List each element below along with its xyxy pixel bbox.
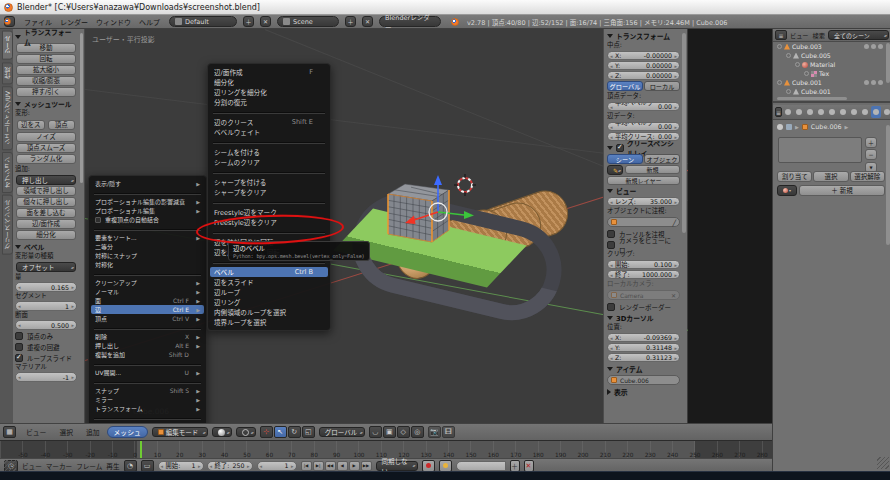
menu-item[interactable]: ▶ bbox=[89, 377, 206, 386]
shelf-button[interactable]: 押す/引く bbox=[16, 87, 76, 97]
new-layer-button[interactable]: 新規レイヤー bbox=[607, 176, 680, 185]
shelf-tab[interactable]: グリースペンシル bbox=[2, 195, 13, 255]
outliner-filter-dropdown[interactable]: 全てのシーン bbox=[828, 30, 889, 40]
timeline-menu[interactable]: ビュー bbox=[22, 461, 42, 471]
expand-toggle-icon[interactable] bbox=[786, 53, 791, 58]
sync-dropdown[interactable]: 同期しない bbox=[376, 461, 418, 471]
menu-item[interactable]: ▶ bbox=[89, 323, 206, 332]
menu-item[interactable]: 対称にスナップ ▶ bbox=[89, 251, 206, 260]
menu-item[interactable]: ▶ bbox=[89, 269, 206, 278]
shelf-button[interactable]: 頂点 bbox=[48, 120, 76, 130]
shelf-tab[interactable]: シェーディング/UV bbox=[2, 86, 13, 150]
space-toggle[interactable]: グローバル bbox=[607, 81, 643, 91]
remove-slot-button[interactable]: − bbox=[865, 149, 877, 160]
timeline-resize-grip[interactable] bbox=[4, 460, 16, 472]
topbar-menu[interactable]: レンダー bbox=[57, 17, 91, 27]
editor-type-button[interactable]: ▦ bbox=[3, 426, 16, 438]
panel-header-view[interactable]: ビュー bbox=[607, 185, 680, 196]
panel-header-3dcursor[interactable]: 3Dカーソル bbox=[607, 312, 680, 323]
render-engine-selector[interactable]: Blenderレンダー bbox=[379, 16, 441, 27]
menu-item[interactable]: 重複頂点の自動結合 ▶ bbox=[89, 215, 206, 224]
properties-tab[interactable] bbox=[838, 106, 848, 118]
viewport-menu[interactable]: メッシュ bbox=[107, 426, 148, 438]
gpencil-source-toggle[interactable]: シーン bbox=[607, 154, 643, 164]
scale-manipulator-button[interactable]: ◱ bbox=[302, 426, 315, 438]
manipulator-toggle-button[interactable]: ⊹ bbox=[260, 426, 273, 438]
menu-item[interactable]: 細分化 ▶ bbox=[208, 77, 330, 87]
rotate-manipulator-button[interactable]: ↻ bbox=[288, 426, 301, 438]
bevel-checkbox-row[interactable]: 頂点のみ bbox=[15, 330, 77, 341]
timeline-menu[interactable]: マーカー bbox=[46, 461, 72, 471]
menu-item[interactable]: 辺リング ▶ bbox=[208, 297, 330, 307]
blender-menu-button[interactable] bbox=[4, 16, 15, 27]
menu-item[interactable]: 辺/面作成 F ▶ bbox=[208, 67, 330, 77]
shelf-button[interactable]: 面を差し込む bbox=[16, 208, 76, 218]
shelf-button[interactable]: 頂点スムーズ bbox=[16, 143, 76, 153]
topbar-menu[interactable]: ウィンドウ bbox=[93, 17, 134, 27]
clear-icon[interactable]: ✕ bbox=[671, 292, 676, 299]
menu-item[interactable]: 分割の復元 ▶ bbox=[208, 97, 330, 107]
close-layout-button[interactable]: ✕ bbox=[260, 16, 271, 27]
menu-item[interactable]: プロポーショナル編集の影響減衰タイプ ▶ bbox=[89, 197, 206, 206]
clip-slider[interactable]: 終了:1000.000 bbox=[607, 270, 680, 279]
material-browse-dropdown[interactable]: ▾ bbox=[777, 185, 797, 196]
properties-tab[interactable] bbox=[860, 106, 870, 118]
properties-tab[interactable] bbox=[783, 106, 793, 118]
properties-tab[interactable] bbox=[816, 106, 826, 118]
clip-slider[interactable]: 開始:0.100 bbox=[607, 260, 680, 269]
lock-range-button[interactable]: ▭ bbox=[141, 460, 154, 472]
mode-dropdown[interactable]: 編集モード bbox=[152, 427, 208, 437]
menu-item[interactable]: 対称化 ▶ bbox=[89, 260, 206, 269]
shelf-button[interactable]: ノイズ bbox=[16, 132, 76, 142]
expand-toggle-icon[interactable] bbox=[777, 80, 782, 85]
gpencil-checkbox-icon[interactable]: ✓ bbox=[616, 144, 624, 152]
menu-item[interactable]: トランスフォーム ▶ bbox=[89, 404, 206, 413]
shelf-button[interactable]: 辺をス bbox=[17, 120, 45, 130]
bevel-value-slider[interactable]: 0.500 bbox=[15, 320, 77, 330]
cursor-loc-slider[interactable]: X:-0.09369 bbox=[607, 333, 680, 342]
shelf-tab[interactable]: ツール bbox=[2, 31, 13, 60]
menu-item[interactable]: ▶ bbox=[208, 107, 330, 117]
menu-item[interactable]: シームのクリア ▶ bbox=[208, 157, 330, 167]
jump-to-start-button[interactable]: |◀ bbox=[301, 461, 312, 471]
outliner-row[interactable]: Cube.003 bbox=[773, 42, 890, 51]
viewport-3d[interactable]: ユーザー・平行投影 Cube.006 bbox=[85, 29, 688, 423]
menu-item[interactable]: 表示/隠す ▶ bbox=[89, 179, 206, 188]
prev-keyframe-button[interactable]: ◀◀ bbox=[325, 461, 336, 471]
item-name-field[interactable]: Cube.006 bbox=[607, 375, 680, 385]
outliner-hscrollbar[interactable] bbox=[777, 97, 847, 100]
material-action-button[interactable]: 選択 bbox=[813, 171, 848, 182]
expand-toggle-icon[interactable] bbox=[795, 62, 800, 67]
menu-item[interactable]: 頂点 Ctrl V ▶ bbox=[89, 314, 206, 323]
frame-range-field[interactable]: 開始:1 bbox=[158, 461, 204, 471]
os-taskbar[interactable] bbox=[0, 471, 890, 480]
menu-item[interactable]: クリーンアップ ▶ bbox=[89, 278, 206, 287]
bevel-checkbox-row[interactable]: 重複の回避 bbox=[15, 341, 77, 352]
menu-item[interactable]: 要素をソート... ▶ bbox=[89, 233, 206, 242]
properties-tab[interactable] bbox=[849, 106, 859, 118]
panel-header-display[interactable]: 表示 bbox=[607, 386, 680, 397]
timeline-menu[interactable]: フレーム bbox=[76, 461, 102, 471]
render-opengl-anim-button[interactable]: 🎞 bbox=[442, 426, 455, 438]
median-slider[interactable]: Y:0.00000 bbox=[607, 61, 680, 70]
keying-set-field[interactable] bbox=[456, 461, 506, 471]
panel-header-meshtools[interactable]: メッシュツール bbox=[15, 98, 77, 109]
add-scene-button[interactable]: ＋ bbox=[345, 16, 356, 27]
shelf-tab[interactable]: 作成 bbox=[2, 62, 13, 84]
edge-data-slider[interactable]: 平均クリース:0.00 bbox=[607, 132, 680, 141]
topbar-menu[interactable]: ファイル bbox=[21, 17, 55, 27]
cursor-loc-slider[interactable]: Y:0.31148 bbox=[607, 343, 680, 352]
extrude-dropdown[interactable]: 押し出し bbox=[16, 175, 76, 185]
play-button[interactable]: ▶ bbox=[349, 461, 360, 471]
outliner-row[interactable]: Cube.005 bbox=[773, 51, 890, 60]
menu-item[interactable]: 辺をスライド ▶ bbox=[208, 277, 330, 287]
eyedropper-icon[interactable]: ╱ bbox=[672, 219, 676, 226]
shelf-button[interactable]: 辺/面作成 bbox=[16, 219, 76, 229]
new-material-button[interactable]: ＋ 新規 bbox=[799, 185, 885, 196]
properties-tab[interactable] bbox=[871, 106, 881, 118]
outliner-menu[interactable]: ビュー bbox=[790, 31, 809, 40]
use-preview-range-button[interactable]: ◔ bbox=[124, 460, 137, 472]
panel-header-item[interactable]: アイテム bbox=[607, 363, 680, 374]
close-scene-button[interactable]: ✕ bbox=[362, 16, 373, 27]
snap-element-button[interactable]: ▣ bbox=[383, 426, 396, 438]
